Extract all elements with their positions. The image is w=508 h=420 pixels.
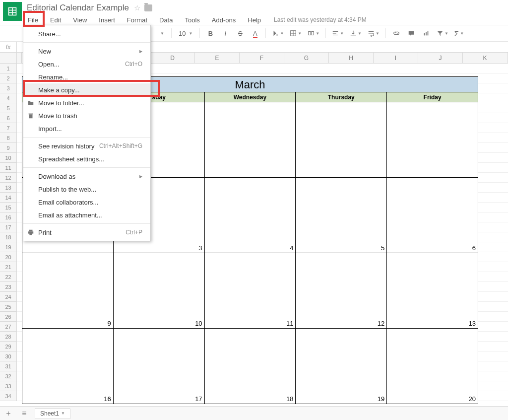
row-header[interactable]: 3	[0, 83, 17, 93]
row-header[interactable]: 29	[0, 342, 17, 351]
text-color-button[interactable]: A	[249, 27, 261, 40]
menu-make-a-copy[interactable]: Make a copy...	[23, 83, 150, 96]
insert-chart-button[interactable]	[420, 27, 433, 40]
menu-move-to-folder[interactable]: Move to folder...	[23, 96, 150, 109]
row-header[interactable]: 20	[0, 252, 17, 262]
functions-button[interactable]: Σ ▼	[452, 27, 466, 40]
menu-help[interactable]: Help	[246, 15, 263, 25]
italic-button[interactable]: I	[219, 27, 232, 40]
row-header[interactable]: 21	[0, 262, 17, 272]
col-header-g[interactable]: G	[284, 53, 329, 63]
insert-comment-button[interactable]	[405, 27, 418, 40]
fill-color-button[interactable]: ▼	[270, 27, 286, 40]
row-header[interactable]: 22	[0, 272, 17, 282]
row-header[interactable]: 5	[0, 103, 17, 113]
calendar-cell[interactable]: 9	[22, 253, 114, 328]
calendar-cell[interactable]	[387, 102, 478, 177]
row-header[interactable]: 26	[0, 312, 17, 322]
row-header[interactable]: 19	[0, 242, 17, 252]
menu-import[interactable]: Import...	[23, 122, 150, 135]
col-header-a[interactable]	[17, 53, 22, 63]
menu-share[interactable]: Share...	[23, 27, 150, 40]
calendar-cell[interactable]: 4	[205, 178, 296, 253]
menu-insert[interactable]: Insert	[97, 15, 117, 25]
calendar-cell[interactable]	[296, 102, 387, 177]
row-header[interactable]: 18	[0, 232, 17, 242]
menu-file[interactable]: File	[26, 15, 40, 25]
menu-addons[interactable]: Add-ons	[210, 15, 238, 25]
menu-spreadsheet-settings[interactable]: Spreadsheet settings...	[23, 152, 150, 165]
row-header[interactable]: 23	[0, 282, 17, 292]
row-header[interactable]: 31	[0, 361, 17, 371]
calendar-cell[interactable]: 13	[387, 253, 478, 328]
folder-icon[interactable]	[144, 4, 152, 11]
menu-rename[interactable]: Rename...	[23, 70, 150, 83]
calendar-cell[interactable]: 12	[296, 253, 387, 328]
row-header[interactable]: 32	[0, 371, 17, 381]
menu-download-as[interactable]: Download as▶	[23, 170, 150, 183]
sheet-tab-sheet1[interactable]: Sheet1 ▼	[35, 408, 70, 419]
menu-view[interactable]: View	[71, 15, 89, 25]
col-header-j[interactable]: J	[418, 53, 463, 63]
menu-revision-history[interactable]: See revision historyCtrl+Alt+Shift+G	[23, 140, 150, 152]
menu-tools[interactable]: Tools	[183, 15, 201, 25]
col-header-i[interactable]: I	[374, 53, 418, 63]
row-header[interactable]: 14	[0, 193, 17, 203]
col-header-f[interactable]: F	[240, 53, 284, 63]
row-header[interactable]: 13	[0, 183, 17, 193]
calendar-cell[interactable]: 10	[114, 253, 205, 328]
calendar-cell[interactable]: 20	[387, 329, 478, 404]
row-header[interactable]: 16	[0, 212, 17, 222]
calendar-cell[interactable]: 5	[296, 178, 387, 253]
calendar-cell[interactable]: 19	[296, 329, 387, 404]
row-header[interactable]: 25	[0, 302, 17, 312]
row-header[interactable]: 12	[0, 173, 17, 183]
insert-link-button[interactable]	[390, 27, 403, 40]
select-all-corner[interactable]	[0, 53, 17, 63]
bold-button[interactable]: B	[204, 27, 217, 40]
menu-data[interactable]: Data	[157, 15, 175, 25]
calendar-cell[interactable]	[205, 102, 296, 177]
col-header-e[interactable]: E	[195, 53, 240, 63]
strikethrough-button[interactable]: S	[234, 27, 247, 40]
borders-button[interactable]: ▼	[288, 27, 304, 40]
calendar-cell[interactable]: 16	[22, 329, 114, 404]
vertical-align-button[interactable]: ▼	[348, 27, 364, 40]
document-title[interactable]: Editorial Calendar Example	[26, 3, 130, 13]
text-wrap-button[interactable]: ▼	[366, 27, 381, 40]
row-header[interactable]: 11	[0, 163, 17, 173]
menu-format[interactable]: Format	[125, 15, 149, 25]
row-header[interactable]: 24	[0, 292, 17, 302]
row-header[interactable]: 17	[0, 222, 17, 232]
menu-new[interactable]: New▶	[23, 45, 150, 58]
row-header[interactable]: 34	[0, 391, 17, 401]
row-header[interactable]: 33	[0, 381, 17, 391]
calendar-cell[interactable]: 11	[205, 253, 296, 328]
menu-print[interactable]: PrintCtrl+P	[23, 226, 150, 239]
all-sheets-button[interactable]: ≡	[19, 409, 30, 418]
calendar-cell[interactable]: 17	[114, 329, 205, 404]
font-size-select[interactable]: 10 ▼	[176, 27, 195, 40]
row-header[interactable]: 1	[0, 64, 17, 73]
calendar-cell[interactable]: 18	[205, 329, 296, 404]
sheets-logo[interactable]	[3, 2, 22, 21]
row-header[interactable]: 28	[0, 332, 17, 342]
row-header[interactable]: 15	[0, 203, 17, 212]
row-header[interactable]: 6	[0, 113, 17, 123]
menu-email-collaborators[interactable]: Email collaborators...	[23, 196, 150, 209]
row-header[interactable]: 7	[0, 123, 17, 133]
col-header-d[interactable]: D	[150, 53, 195, 63]
row-header[interactable]: 27	[0, 322, 17, 332]
filter-button[interactable]: ▼	[435, 27, 450, 40]
col-header-h[interactable]: H	[329, 53, 374, 63]
row-header[interactable]: 4	[0, 93, 17, 103]
menu-move-to-trash[interactable]: Move to trash	[23, 109, 150, 122]
row-header[interactable]: 30	[0, 351, 17, 361]
merge-cells-button[interactable]: ▼	[306, 27, 321, 40]
horizontal-align-button[interactable]: ▼	[330, 27, 346, 40]
row-header[interactable]: 8	[0, 133, 17, 143]
row-header[interactable]: 10	[0, 153, 17, 163]
row-header[interactable]: 2	[0, 73, 17, 83]
menu-email-attachment[interactable]: Email as attachment...	[23, 209, 150, 221]
col-header-k[interactable]: K	[463, 53, 508, 63]
